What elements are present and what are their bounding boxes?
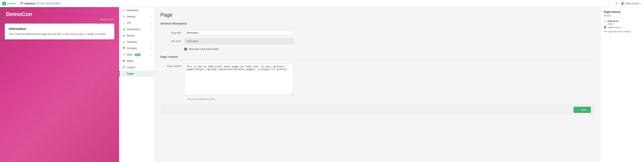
page-title-input[interactable]: [184, 30, 294, 36]
nav-dot: •: [64, 2, 66, 5]
save-label: Save: [581, 108, 587, 111]
sidebar-item-label: Billing: [127, 60, 133, 62]
history-label: History: [604, 14, 641, 17]
sidebar-item-schedule[interactable]: 📅 Schedule ▾: [119, 45, 155, 52]
footer-checkbox-group: Show link in the event footer: [184, 47, 218, 51]
url-form-group: URL form: [160, 38, 595, 44]
sidebar-item-label: Dashboard: [127, 9, 138, 12]
sidebar-item-label: Mails: [127, 53, 132, 56]
general-section-title: General information: [160, 22, 595, 27]
history-time: 22:55: [608, 23, 641, 25]
top-nav: p pretalx 📅 DemoCon Oct. 31st – Nov. 2nd…: [0, 0, 644, 7]
markdown-hint-after: here.: [210, 98, 216, 100]
clock-icon: 🕐: [604, 20, 606, 22]
speakers-icon: ♟: [122, 41, 125, 43]
user-icon: 👤: [604, 26, 606, 28]
sidebar-item-submissions[interactable]: ▣ Submissions ▾: [119, 26, 155, 32]
footer-checkbox[interactable]: [184, 48, 187, 51]
sidebar-item-label: Speakers: [127, 41, 137, 43]
brand-name[interactable]: pretalx: [7, 2, 16, 5]
checkbox-group-wrapper: Show link in the event footer: [160, 47, 595, 51]
markdown-hint: You can use Markdown here.: [188, 98, 595, 100]
preview-card: Information This is how an additional ev…: [5, 24, 114, 39]
history-entry: 🕐 2020-03-01 22:55 👤 Tobias Kunze The pa…: [604, 20, 641, 33]
chevron-down-icon: ▾: [151, 54, 152, 56]
preview-event-title: DemoCon: [6, 11, 113, 17]
brand-icon: p: [2, 2, 6, 5]
brand: p pretalx: [2, 2, 16, 5]
url-form-label: URL form: [160, 38, 184, 43]
checkbox-placeholder: [160, 47, 184, 48]
sidebar-item-billing[interactable]: 💳 Billing: [119, 58, 155, 64]
dashboard-icon: ⊞: [122, 9, 125, 12]
sidebar-item-label: Pages: [127, 72, 134, 75]
sidebar-item-label: Submissions: [127, 28, 140, 31]
page-content-group: Page content This is how an additional e…: [160, 63, 595, 95]
event-pill[interactable]: 📅 DemoCon Oct. 31st – Nov. 2nd, 2019: [19, 2, 61, 5]
user-icon: 👤: [621, 2, 624, 5]
history-username: Tobias Kunze: [607, 26, 620, 28]
preview-submitter: Tobias Kunze: [6, 18, 113, 21]
sidebar-item-review[interactable]: ◉ Review: [119, 32, 155, 39]
sidebar-item-label: Schedule: [127, 47, 137, 50]
history-date-value: 2020-03-01: [607, 20, 618, 22]
eye-icon[interactable]: 👁: [615, 2, 618, 5]
markdown-link[interactable]: Markdown: [200, 98, 210, 100]
billing-icon: 💳: [122, 60, 125, 62]
settings-icon: ⚙: [122, 15, 125, 18]
markdown-hint-before: You can use: [188, 98, 200, 100]
nav-user-caret: ▼: [640, 2, 642, 4]
preview-card-text-after: , a plugin for pretalx.: [84, 33, 106, 35]
main-content: Page General information Page title URL …: [155, 7, 644, 162]
review-icon: ◉: [122, 34, 125, 37]
sidebar-item-mails[interactable]: ✉ Mails 126 ▾: [119, 52, 155, 58]
page-editor: Page General information Page title URL …: [155, 7, 600, 162]
chevron-down-icon: ▾: [151, 41, 152, 43]
sidebar-item-speakers[interactable]: ♟ Speakers ▾: [119, 39, 155, 45]
page-content-textarea[interactable]: This is how an additional event page can…: [184, 63, 294, 95]
sidebar-item-pages[interactable]: 📄 Pages: [119, 71, 155, 77]
left-preview: DemoCon Tobias Kunze Information This is…: [0, 7, 119, 162]
event-dates: Oct. 31st – Nov. 2nd, 2019: [36, 2, 60, 4]
form-actions: ✓ Save: [160, 104, 595, 115]
save-button[interactable]: ✓ Save: [574, 107, 591, 113]
chevron-down-icon: ▾: [151, 28, 152, 30]
history-date: 🕐 2020-03-01: [604, 20, 641, 22]
calendar-icon: 📅: [20, 2, 23, 5]
pages-icon: 📄: [122, 72, 125, 75]
cfp-icon: ✎: [122, 22, 125, 24]
chevron-down-icon: ▾: [151, 16, 152, 18]
history-user: 👤 Tobias Kunze: [604, 26, 641, 28]
page-title: Page: [160, 12, 595, 18]
preview-card-text-before: This is how an additional event page can…: [9, 33, 70, 35]
page-title-group: Page title: [160, 30, 595, 36]
sidebar-item-support[interactable]: 💬 Support: [119, 64, 155, 71]
footer-checkbox-label[interactable]: Show link in the event footer: [188, 48, 218, 51]
sidebar: ⊞ Dashboard ⚙ Settings ▾ ✎ CfP ▾ ▣ Submi…: [119, 7, 155, 162]
sidebar-item-label: Review: [127, 34, 134, 37]
sidebar-item-label: Support: [127, 66, 135, 69]
support-icon: 💬: [122, 66, 125, 69]
sidebar-item-label: CfP: [127, 22, 131, 24]
page-content-section: Page content Page content This is how an…: [160, 55, 595, 100]
page-content-section-title: Page content: [160, 55, 595, 60]
main-layout: DemoCon Tobias Kunze Information This is…: [0, 7, 644, 162]
url-form-input[interactable]: [184, 38, 294, 44]
mails-badge: 126: [135, 54, 140, 56]
event-name: DemoCon: [25, 2, 35, 5]
preview-card-title: Information: [9, 27, 110, 31]
preview-card-text: This is how an additional event page can…: [9, 32, 110, 36]
sidebar-item-dashboard[interactable]: ⊞ Dashboard: [119, 7, 155, 13]
submissions-icon: ▣: [122, 28, 125, 31]
sidebar-item-cfp[interactable]: ✎ CfP ▾: [119, 20, 155, 26]
nav-user[interactable]: 👤 Tobias Kunze ▼: [621, 2, 642, 5]
preview-card-link[interactable]: pretalx-pages: [70, 33, 84, 35]
history-panel: Page history History 🕐 2020-03-01 22:55 …: [600, 7, 644, 162]
event-title-bar: DemoCon Tobias Kunze: [0, 7, 119, 24]
sidebar-item-label: Settings: [127, 15, 136, 18]
page-title-label: Page title: [160, 30, 184, 34]
save-icon: ✓: [578, 108, 580, 111]
sidebar-item-settings[interactable]: ⚙ Settings ▾: [119, 13, 155, 20]
history-description: The page has been created.: [604, 30, 641, 33]
chevron-down-icon: ▾: [151, 47, 152, 50]
